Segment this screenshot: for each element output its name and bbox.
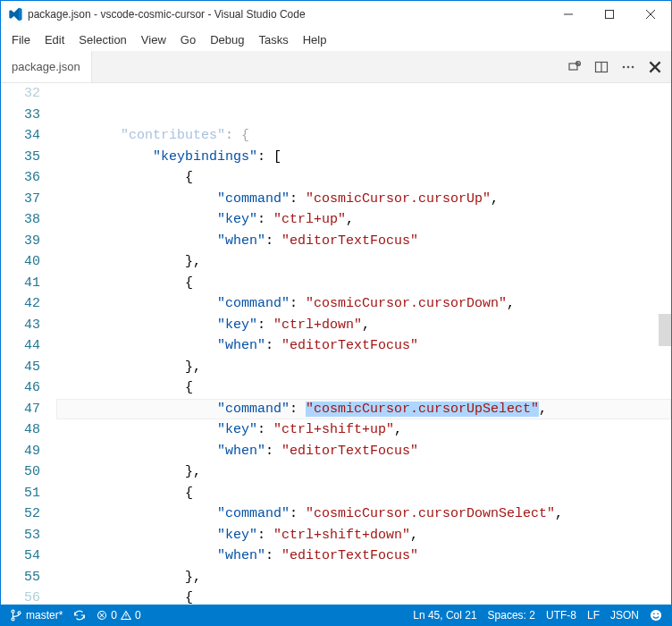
more-actions-icon[interactable] — [621, 60, 635, 74]
svg-point-12 — [651, 609, 661, 620]
code-line[interactable]: }, — [56, 251, 671, 273]
tab-package-json[interactable]: package.json — [1, 51, 92, 82]
editor-tabrow: package.json — [1, 51, 671, 83]
line-number: 53 — [1, 525, 40, 546]
code-line[interactable]: "command": "cosmicCursor.cursorDown", — [56, 293, 671, 315]
menu-go[interactable]: Go — [173, 31, 203, 48]
line-number: 56 — [1, 588, 40, 605]
svg-rect-0 — [606, 11, 614, 19]
line-number: 35 — [1, 147, 40, 168]
code-line[interactable]: "keybindings": [ — [56, 147, 671, 168]
menubar: FileEditSelectionViewGoDebugTasksHelp — [1, 28, 671, 51]
window-close-button[interactable] — [630, 1, 671, 28]
line-number: 47 — [1, 399, 40, 420]
svg-point-13 — [653, 613, 655, 614]
line-number: 42 — [1, 293, 40, 315]
tab-label: package.json — [12, 60, 80, 73]
line-number: 37 — [1, 189, 40, 210]
code-line[interactable]: "key": "ctrl+shift+up", — [56, 419, 671, 441]
line-number: 54 — [1, 546, 40, 567]
code-line[interactable]: "when": "editorTextFocus" — [56, 231, 671, 252]
cursor-position-status[interactable]: Ln 45, Col 21 — [407, 605, 482, 625]
menu-tasks[interactable]: Tasks — [251, 31, 295, 48]
code-line[interactable]: "command": "cosmicCursor.cursorDownSelec… — [56, 503, 671, 525]
line-number: 46 — [1, 377, 40, 399]
code-line[interactable]: }, — [56, 461, 671, 483]
code-line[interactable]: "command": "cosmicCursor.cursorUpSelect"… — [56, 399, 671, 420]
svg-point-10 — [18, 611, 21, 613]
menu-selection[interactable]: Selection — [71, 31, 133, 48]
code-line[interactable]: "contributes": { — [56, 125, 671, 147]
menu-file[interactable]: File — [4, 31, 38, 48]
code-line[interactable]: "key": "ctrl+shift+down", — [56, 525, 671, 546]
svg-point-8 — [12, 610, 14, 613]
svg-point-14 — [657, 613, 659, 614]
menu-edit[interactable]: Edit — [38, 31, 71, 48]
code-line[interactable]: "key": "ctrl+up", — [56, 209, 671, 231]
window-title: package.json - vscode-cosmic-cursor - Vi… — [28, 8, 548, 21]
split-editor-icon[interactable] — [594, 60, 609, 74]
error-count: 0 — [111, 609, 117, 622]
close-tab-icon[interactable] — [648, 60, 662, 74]
window-titlebar: package.json - vscode-cosmic-cursor - Vi… — [1, 1, 671, 28]
code-line[interactable]: "when": "editorTextFocus" — [56, 441, 671, 462]
code-line[interactable]: "when": "editorTextFocus" — [56, 335, 671, 357]
statusbar: master* 0 0 Ln 45, Col 21 Spaces: 2 UTF-… — [1, 605, 671, 625]
git-sync-status[interactable] — [68, 605, 91, 625]
branch-name: master* — [26, 609, 63, 622]
svg-point-5 — [623, 65, 626, 68]
line-number: 38 — [1, 209, 40, 231]
line-number: 51 — [1, 483, 40, 504]
code-line[interactable]: }, — [56, 567, 671, 588]
svg-point-7 — [632, 65, 634, 68]
code-editor[interactable]: 3233343536373839404142434445464748495051… — [1, 83, 671, 605]
code-line[interactable]: "when": "editorTextFocus" — [56, 546, 671, 567]
vertical-scrollbar-thumb[interactable] — [659, 314, 671, 346]
warning-count: 0 — [135, 609, 141, 622]
code-line[interactable]: { — [56, 377, 671, 399]
svg-point-9 — [12, 617, 14, 620]
code-line[interactable]: { — [56, 167, 671, 189]
line-number: 39 — [1, 231, 40, 252]
vscode-icon — [8, 7, 22, 21]
menu-view[interactable]: View — [134, 31, 173, 48]
line-number: 32 — [1, 83, 40, 105]
code-line[interactable]: "command": "cosmicCursor.cursorUp", — [56, 189, 671, 210]
code-line[interactable]: { — [56, 273, 671, 294]
language-mode-status[interactable]: JSON — [605, 605, 644, 625]
window-minimize-button[interactable] — [548, 1, 589, 28]
indentation-status[interactable]: Spaces: 2 — [483, 605, 541, 625]
menu-debug[interactable]: Debug — [203, 31, 251, 48]
svg-point-6 — [627, 65, 630, 68]
line-number: 36 — [1, 167, 40, 189]
show-opened-editors-icon[interactable] — [567, 60, 582, 74]
code-line[interactable]: }, — [56, 357, 671, 378]
git-branch-status[interactable]: master* — [4, 605, 68, 625]
line-number-gutter: 3233343536373839404142434445464748495051… — [1, 83, 56, 605]
line-number: 49 — [1, 441, 40, 462]
menu-help[interactable]: Help — [296, 31, 334, 48]
line-number: 52 — [1, 503, 40, 525]
code-content[interactable]: "contributes": { "keybindings": [ { "com… — [56, 83, 671, 605]
problems-status[interactable]: 0 0 — [91, 605, 146, 625]
code-line[interactable]: { — [56, 483, 671, 504]
line-number: 33 — [1, 105, 40, 126]
line-number: 34 — [1, 125, 40, 147]
line-number: 45 — [1, 357, 40, 378]
line-number: 48 — [1, 419, 40, 441]
line-number: 43 — [1, 315, 40, 336]
window-maximize-button[interactable] — [589, 1, 630, 28]
eol-status[interactable]: LF — [582, 605, 605, 625]
feedback-icon[interactable] — [644, 605, 668, 625]
encoding-status[interactable]: UTF-8 — [541, 605, 582, 625]
line-number: 41 — [1, 273, 40, 294]
code-line[interactable]: { — [56, 588, 671, 605]
line-number: 40 — [1, 251, 40, 273]
code-line[interactable]: "key": "ctrl+down", — [56, 315, 671, 336]
line-number: 55 — [1, 567, 40, 588]
line-number: 44 — [1, 335, 40, 357]
line-number: 50 — [1, 461, 40, 483]
